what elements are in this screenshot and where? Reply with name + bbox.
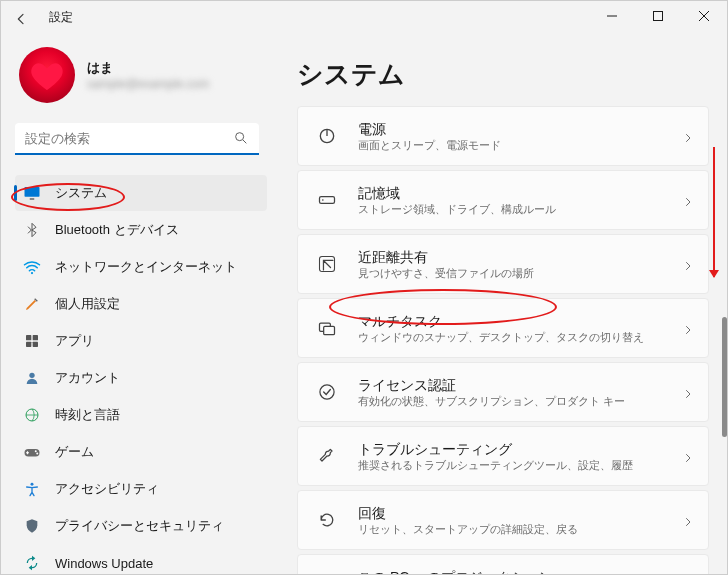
annotation-arrow [713, 147, 715, 277]
close-button[interactable] [681, 1, 727, 31]
chevron-right-icon [682, 386, 694, 398]
sidebar-item-system[interactable]: システム [15, 175, 267, 211]
card-title: 電源 [358, 120, 682, 138]
sidebar-item-apps[interactable]: アプリ [15, 323, 267, 359]
svg-point-18 [31, 483, 34, 486]
card-desc: 推奨されるトラブルシューティングツール、設定、履歴 [358, 458, 682, 472]
sidebar-item-label: 時刻と言語 [55, 406, 120, 424]
svg-rect-6 [25, 187, 40, 197]
svg-point-8 [31, 272, 33, 274]
card-desc: ストレージ領域、ドライブ、構成ルール [358, 202, 682, 216]
sidebar: はま sample@example.com システム Bluetooth とデバ… [1, 37, 279, 575]
svg-point-13 [29, 373, 34, 378]
svg-point-17 [36, 453, 38, 455]
svg-rect-1 [654, 12, 663, 21]
windows-update-icon [23, 554, 41, 572]
svg-point-16 [35, 450, 37, 452]
chevron-right-icon [682, 258, 694, 270]
avatar [19, 47, 75, 103]
activation-icon [316, 381, 338, 403]
sidebar-item-time-language[interactable]: 時刻と言語 [15, 397, 267, 433]
personalization-icon [23, 295, 41, 313]
card-title: 記憶域 [358, 184, 682, 202]
card-title: 近距離共有 [358, 248, 682, 266]
profile[interactable]: はま sample@example.com [19, 47, 279, 103]
card-recovery[interactable]: 回復リセット、スタートアップの詳細設定、戻る [297, 490, 709, 550]
search-box[interactable] [15, 123, 259, 155]
profile-email: sample@example.com [87, 77, 209, 91]
svg-rect-12 [33, 342, 38, 347]
back-button[interactable] [13, 11, 31, 29]
nav: システム Bluetooth とデバイス ネットワークとインターネット 個人用設… [15, 175, 267, 575]
svg-point-4 [236, 133, 244, 141]
network-icon [23, 258, 41, 276]
titlebar: 設定 [1, 1, 727, 37]
storage-icon [316, 189, 338, 211]
chevron-right-icon [682, 322, 694, 334]
privacy-icon [23, 517, 41, 535]
sidebar-item-personalization[interactable]: 個人用設定 [15, 286, 267, 322]
page-title: システム [297, 57, 727, 92]
main: システム 電源画面とスリープ、電源モード 記憶域ストレージ領域、ドライブ、構成ル… [279, 37, 727, 575]
share-icon [316, 253, 338, 275]
card-desc: ウィンドウのスナップ、デスクトップ、タスクの切り替え [358, 330, 682, 344]
sidebar-item-label: ネットワークとインターネット [55, 258, 237, 276]
sidebar-item-label: アプリ [55, 332, 94, 350]
card-desc: リセット、スタートアップの詳細設定、戻る [358, 522, 682, 536]
sidebar-item-windows-update[interactable]: Windows Update [15, 545, 267, 575]
troubleshoot-icon [316, 445, 338, 467]
card-title: 回復 [358, 504, 682, 522]
scrollbar-thumb[interactable] [722, 317, 727, 437]
sidebar-item-gaming[interactable]: ゲーム [15, 434, 267, 470]
profile-name: はま [87, 59, 209, 77]
card-nearby-sharing[interactable]: 近距離共有見つけやすさ、受信ファイルの場所 [297, 234, 709, 294]
apps-icon [23, 332, 41, 350]
card-desc: 見つけやすさ、受信ファイルの場所 [358, 266, 682, 280]
sidebar-item-label: Windows Update [55, 556, 153, 571]
sidebar-item-label: アカウント [55, 369, 120, 387]
accessibility-icon [23, 480, 41, 498]
sidebar-item-accounts[interactable]: アカウント [15, 360, 267, 396]
sidebar-item-network[interactable]: ネットワークとインターネット [15, 249, 267, 285]
multitasking-icon [316, 317, 338, 339]
card-activation[interactable]: ライセンス認証有効化の状態、サブスクリプション、プロダクト キー [297, 362, 709, 422]
bluetooth-icon [23, 221, 41, 239]
card-troubleshoot[interactable]: トラブルシューティング推奨されるトラブルシューティングツール、設定、履歴 [297, 426, 709, 486]
card-title: この PC へのプロジェクション [358, 568, 682, 575]
sidebar-item-label: ゲーム [55, 443, 94, 461]
chevron-right-icon [682, 514, 694, 526]
sidebar-item-bluetooth[interactable]: Bluetooth とデバイス [15, 212, 267, 248]
card-title: マルチタスク [358, 312, 682, 330]
recovery-icon [316, 509, 338, 531]
power-icon [316, 125, 338, 147]
card-power[interactable]: 電源画面とスリープ、電源モード [297, 106, 709, 166]
search-icon [233, 130, 249, 146]
svg-rect-10 [33, 335, 38, 340]
sidebar-item-accessibility[interactable]: アクセシビリティ [15, 471, 267, 507]
svg-rect-7 [30, 198, 35, 200]
chevron-right-icon [682, 450, 694, 462]
card-projection[interactable]: この PC へのプロジェクションアクセス許可、ペアリング PIN、見つけやすさ [297, 554, 709, 575]
chevron-right-icon [682, 194, 694, 206]
svg-point-26 [320, 385, 334, 399]
chevron-right-icon [682, 130, 694, 142]
card-desc: 画面とスリープ、電源モード [358, 138, 682, 152]
search-input[interactable] [25, 131, 233, 146]
gaming-icon [23, 443, 41, 461]
svg-point-22 [322, 199, 324, 201]
maximize-button[interactable] [635, 1, 681, 31]
svg-line-5 [243, 140, 246, 143]
svg-rect-9 [26, 335, 31, 340]
svg-rect-21 [320, 197, 335, 204]
system-icon [23, 184, 41, 202]
minimize-button[interactable] [589, 1, 635, 31]
card-multitasking[interactable]: マルチタスクウィンドウのスナップ、デスクトップ、タスクの切り替え [297, 298, 709, 358]
sidebar-item-label: 個人用設定 [55, 295, 120, 313]
card-storage[interactable]: 記憶域ストレージ領域、ドライブ、構成ルール [297, 170, 709, 230]
accounts-icon [23, 369, 41, 387]
card-title: ライセンス認証 [358, 376, 682, 394]
sidebar-item-label: Bluetooth とデバイス [55, 221, 179, 239]
sidebar-item-privacy[interactable]: プライバシーとセキュリティ [15, 508, 267, 544]
sidebar-item-label: プライバシーとセキュリティ [55, 517, 224, 535]
settings-list: 電源画面とスリープ、電源モード 記憶域ストレージ領域、ドライブ、構成ルール 近距… [297, 106, 727, 575]
